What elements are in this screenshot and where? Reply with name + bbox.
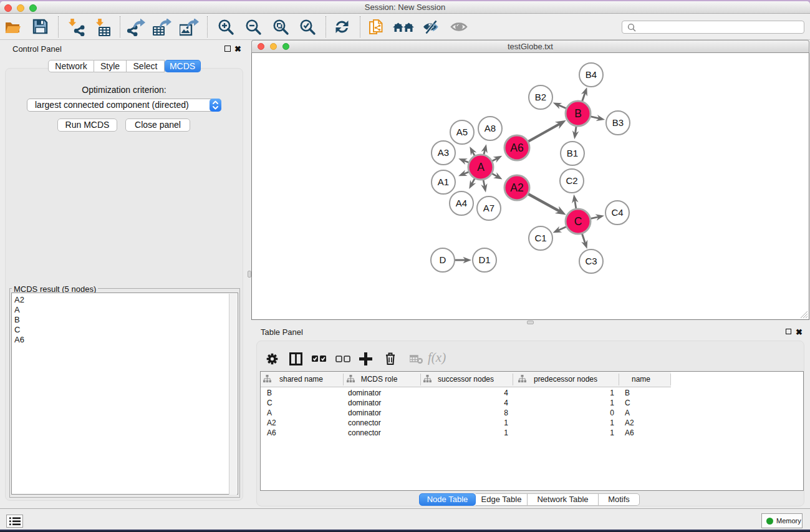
svg-text:C2: C2 — [566, 175, 577, 186]
svg-text:C: C — [574, 215, 582, 228]
svg-text:A3: A3 — [438, 147, 449, 158]
svg-text:A: A — [477, 161, 485, 173]
svg-text:A5: A5 — [456, 127, 468, 137]
svg-text:A4: A4 — [456, 198, 467, 208]
svg-text:C1: C1 — [534, 233, 546, 243]
svg-text:D1: D1 — [478, 254, 490, 265]
svg-text:B2: B2 — [535, 92, 546, 102]
svg-text:B3: B3 — [612, 117, 624, 128]
svg-text:A8: A8 — [485, 123, 496, 133]
svg-text:B4: B4 — [586, 69, 597, 80]
svg-text:B1: B1 — [567, 148, 578, 158]
svg-text:D: D — [440, 254, 446, 265]
svg-text:A1: A1 — [438, 177, 449, 187]
svg-text:C3: C3 — [585, 256, 597, 266]
svg-text:A7: A7 — [483, 203, 494, 213]
svg-text:A6: A6 — [510, 142, 523, 154]
svg-text:A2: A2 — [510, 181, 523, 194]
svg-text:C4: C4 — [611, 207, 623, 218]
svg-text:B: B — [574, 107, 582, 120]
